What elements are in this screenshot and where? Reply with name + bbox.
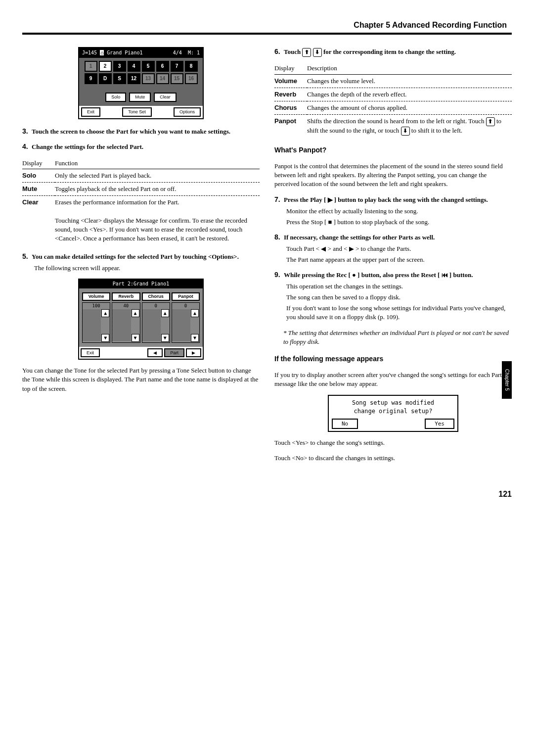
reverb-tab[interactable]: Reverb bbox=[112, 292, 140, 301]
yes-button[interactable]: Yes bbox=[425, 419, 454, 429]
panpot-slider[interactable]: 0 ▲▼ bbox=[172, 302, 200, 343]
reverb-slider[interactable]: 40 ▲▼ bbox=[112, 302, 140, 343]
chorus-tab[interactable]: Chorus bbox=[142, 292, 170, 301]
row-chorus-key: Chorus bbox=[274, 101, 307, 114]
down-arrow-icon[interactable]: ▼ bbox=[191, 334, 199, 342]
mute-button[interactable]: Mute bbox=[129, 93, 151, 102]
down-arrow-icon[interactable]: ▼ bbox=[101, 334, 109, 342]
part-cell[interactable]: 14 bbox=[156, 73, 169, 84]
side-tab-chapter: Chapter 5 bbox=[502, 361, 512, 399]
step-text: Touch ⬆ ⬇ for the corresponding item to … bbox=[284, 48, 456, 55]
part-cell[interactable]: 8 bbox=[185, 61, 198, 72]
part-cell[interactable]: 12 bbox=[128, 73, 140, 84]
step-sub: Touch Part < ◀ > and < ▶ > to change the… bbox=[286, 244, 512, 253]
tone-select-note: You can change the Tone for the selected… bbox=[22, 366, 260, 393]
down-arrow-icon: ⬇ bbox=[401, 127, 410, 136]
down-arrow-icon[interactable]: ▼ bbox=[132, 334, 139, 342]
up-arrow-icon[interactable]: ▲ bbox=[191, 309, 199, 317]
step-sub: The Part name appears at the upper part … bbox=[286, 255, 512, 264]
message-heading: If the following message appears bbox=[274, 354, 512, 364]
part-cell[interactable]: S bbox=[113, 73, 126, 84]
up-arrow-icon: ⬆ bbox=[486, 117, 495, 126]
exit-button[interactable]: Exit bbox=[81, 348, 100, 358]
part-cell[interactable]: 13 bbox=[142, 73, 155, 84]
step-sub: The following screen will appear. bbox=[34, 264, 260, 273]
part-cell[interactable]: 16 bbox=[185, 73, 198, 84]
display-function-table: Display Function Solo Only the selected … bbox=[22, 158, 260, 245]
right-column: 6. Touch ⬆ ⬇ for the corresponding item … bbox=[274, 47, 512, 469]
part-title: Part 2:Grand Piano1 bbox=[79, 280, 203, 288]
part-cell[interactable]: 15 bbox=[171, 73, 183, 84]
row-clear-key: Clear bbox=[22, 196, 55, 245]
row-reverb-key: Reverb bbox=[274, 88, 307, 101]
step-sub: Monitor the effect by actually listening… bbox=[286, 207, 512, 216]
step-number: 3. bbox=[22, 127, 28, 135]
row-chorus-val: Changes the amount of chorus applied. bbox=[307, 101, 512, 114]
part-cell[interactable]: 2 bbox=[99, 61, 112, 72]
no-button[interactable]: No bbox=[332, 419, 358, 429]
track-select-screen: J=145 ⌂ Grand Piano1 4/4 M: 1 1 2 3 4 5 … bbox=[78, 47, 204, 119]
footnote: * The setting that determines whether an… bbox=[283, 329, 512, 346]
row-solo-key: Solo bbox=[22, 169, 55, 182]
panpot-paragraph: Panpot is the control that determines th… bbox=[274, 162, 512, 189]
tone-set-button[interactable]: Tone Set bbox=[122, 107, 152, 117]
part-cell[interactable]: 9 bbox=[85, 73, 97, 84]
time-sig: 4/4 bbox=[173, 50, 182, 55]
up-arrow-icon[interactable]: ▲ bbox=[132, 309, 139, 317]
options-button[interactable]: Options bbox=[174, 107, 201, 117]
up-arrow-icon[interactable]: ▲ bbox=[101, 309, 109, 317]
chorus-slider[interactable]: 0 ▲▼ bbox=[142, 302, 170, 343]
up-arrow-icon: ⬆ bbox=[302, 48, 311, 57]
part-cell[interactable]: 3 bbox=[113, 61, 126, 72]
col-display: Display bbox=[274, 63, 307, 74]
volume-slider[interactable]: 100 ▲▼ bbox=[82, 302, 110, 343]
col-description: Description bbox=[307, 63, 512, 74]
exit-button[interactable]: Exit bbox=[81, 107, 100, 117]
step-4: 4. Change the settings for the selected … bbox=[22, 142, 260, 152]
step-9: 9. While pressing the Rec [ ● ] button, … bbox=[274, 270, 512, 322]
step-text: Press the Play [ ▶ ] button to play back… bbox=[284, 196, 488, 203]
row-reverb-val: Changes the depth of the reverb effect. bbox=[307, 88, 512, 101]
down-arrow-icon: ⬇ bbox=[313, 48, 322, 57]
panpot-tab[interactable]: Panpot bbox=[172, 292, 200, 301]
dialog-line2: change original setup? bbox=[331, 407, 455, 416]
part-prev-button[interactable]: ◀ bbox=[147, 348, 163, 358]
part-next-button[interactable]: ▶ bbox=[186, 348, 201, 358]
row-clear-val: Erases the performance information for t… bbox=[55, 196, 260, 245]
message-paragraph: If you try to display another screen aft… bbox=[274, 371, 512, 388]
volume-tab[interactable]: Volume bbox=[82, 292, 110, 301]
part-cell[interactable]: D bbox=[99, 73, 112, 84]
clear-button[interactable]: Clear bbox=[154, 93, 177, 102]
step-number: 8. bbox=[274, 233, 280, 241]
down-arrow-icon[interactable]: ▼ bbox=[161, 334, 169, 342]
step-text: Change the settings for the selected Par… bbox=[32, 143, 143, 150]
display-description-table: Display Description Volume Changes the v… bbox=[274, 63, 512, 138]
step-8: 8. If necessary, change the settings for… bbox=[274, 233, 512, 264]
step-number: 5. bbox=[22, 252, 28, 260]
solo-button[interactable]: Solo bbox=[105, 93, 126, 102]
record-icon: ● bbox=[352, 271, 356, 279]
measure: M: 1 bbox=[188, 50, 200, 55]
dialog-line1: Song setup was modified bbox=[331, 399, 455, 407]
step-sub: The song can then be saved to a floppy d… bbox=[286, 293, 512, 302]
up-arrow-icon[interactable]: ▲ bbox=[161, 309, 169, 317]
play-icon: ▶ bbox=[328, 196, 333, 203]
tempo-label: J=145 ⌂ Grand Piano1 bbox=[82, 49, 142, 56]
step-number: 6. bbox=[274, 47, 280, 55]
step-sub: Press the Stop [ ■ ] button to stop play… bbox=[286, 218, 512, 227]
col-function: Function bbox=[55, 158, 260, 169]
part-cell[interactable]: 5 bbox=[142, 61, 155, 72]
step-7: 7. Press the Play [ ▶ ] button to play b… bbox=[274, 195, 512, 227]
part-cell[interactable]: 6 bbox=[156, 61, 169, 72]
after-msg-no: Touch <No> to discard the changes in set… bbox=[274, 454, 512, 463]
step-text: Touch the screen to choose the Part for … bbox=[32, 128, 230, 135]
part-cell[interactable]: 1 bbox=[85, 61, 97, 72]
part-settings-screen: Part 2:Grand Piano1 Volume Reverb Chorus… bbox=[78, 279, 204, 360]
step-sub: If you don't want to lose the song whose… bbox=[286, 304, 512, 322]
part-cell[interactable]: 7 bbox=[171, 61, 183, 72]
step-text: While pressing the Rec [ ● ] button, als… bbox=[284, 271, 473, 279]
header-rule bbox=[22, 33, 512, 35]
row-panpot-val: Shifts the direction the sound is heard … bbox=[307, 115, 512, 138]
part-cell[interactable]: 4 bbox=[128, 61, 140, 72]
step-3: 3. Touch the screen to choose the Part f… bbox=[22, 127, 260, 137]
